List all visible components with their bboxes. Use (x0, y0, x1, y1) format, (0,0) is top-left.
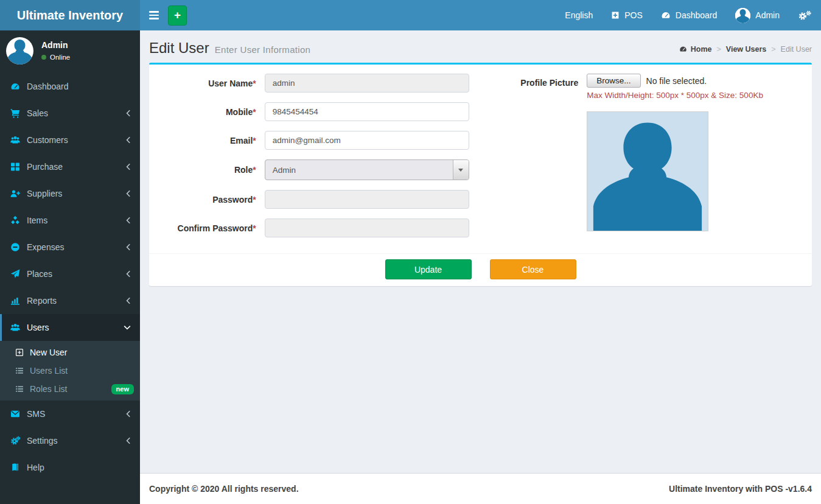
hamburger-icon (149, 15, 159, 16)
list-icon (14, 385, 25, 393)
breadcrumb-current: Edit User (781, 45, 812, 54)
chevron-left-icon (126, 136, 131, 144)
chevron-left-icon (126, 190, 131, 197)
top-navbar: + English POS Dashboard (140, 0, 821, 30)
list-icon (14, 366, 25, 375)
sidebar-subitem-label: New User (30, 348, 67, 357)
sidebar-subitem-users-list[interactable]: Users List (0, 362, 140, 380)
sidebar-item-purchase[interactable]: Purchase (0, 153, 140, 180)
profile-picture-note: Max Width/Height: 500px * 500px & Size: … (587, 91, 791, 100)
update-button[interactable]: Update (385, 259, 472, 279)
sidebar-item-customers[interactable]: Customers (0, 127, 140, 153)
sidebar-item-label: Users (27, 323, 124, 332)
content-spacer (140, 286, 821, 473)
tachometer-icon (9, 82, 21, 91)
chevron-left-icon (126, 163, 131, 170)
sidebar-item-help[interactable]: Help (0, 454, 140, 481)
close-button[interactable]: Close (490, 259, 576, 279)
users-icon (9, 135, 21, 145)
nav-settings[interactable] (789, 0, 821, 30)
file-input: Browse... No file selected. (587, 74, 791, 88)
sidebar-item-label: Help (27, 463, 131, 472)
sidebar-item-suppliers[interactable]: Suppliers (0, 180, 140, 207)
quick-add-button[interactable]: + (168, 5, 187, 26)
sidebar-item-label: Settings (27, 436, 126, 446)
sidebar-item-label: SMS (27, 409, 126, 419)
sidebar-item-expenses[interactable]: Expenses (0, 234, 140, 261)
version-text: Ultimate Inventory with POS -v1.6.4 (669, 484, 812, 494)
sidebar-toggle-button[interactable] (148, 7, 160, 23)
sidebar-subitem-roles-list[interactable]: Roles List new (0, 380, 140, 398)
chevron-left-icon (126, 243, 131, 251)
sidebar-item-label: Places (27, 269, 126, 279)
password-field (265, 190, 469, 209)
required-asterisk: * (253, 136, 256, 145)
sidebar-item-users[interactable]: Users (0, 314, 140, 341)
chevron-down-icon (453, 160, 469, 180)
email-field[interactable] (265, 131, 469, 150)
avatar (735, 8, 750, 23)
tachometer-icon (661, 10, 671, 20)
nav-language[interactable]: English (556, 0, 602, 30)
hamburger-icon (149, 11, 159, 12)
sidebar-item-sms[interactable]: SMS (0, 401, 140, 427)
sidebar-subitem-label: Roles List (30, 384, 67, 394)
form-row: Mobile* (158, 102, 481, 121)
confirm-password-field (265, 219, 469, 237)
copyright-text: Copyright © 2020 All rights reserved. (149, 484, 299, 494)
page-title: Edit User (149, 40, 209, 57)
mobile-field[interactable] (265, 102, 469, 121)
password-label: Password* (158, 195, 265, 205)
confirm-password-label: Confirm Password* (158, 223, 265, 233)
sidebar-subitem-new-user[interactable]: New User (0, 343, 140, 362)
user-plus-icon (9, 189, 21, 198)
form-row: Password* (158, 190, 481, 209)
sidebar-user-status-label: Online (50, 54, 70, 61)
form-row: Profile Picture Browse... No file select… (481, 74, 803, 231)
plus-square-icon (14, 348, 25, 357)
sidebar-user-status[interactable]: Online (41, 54, 70, 61)
gears-icon (798, 10, 812, 21)
required-asterisk: * (253, 223, 256, 233)
page-footer: Copyright © 2020 All rights reserved. Ul… (140, 473, 821, 504)
form-right-column: Profile Picture Browse... No file select… (481, 74, 803, 247)
sidebar-item-items[interactable]: Items (0, 207, 140, 234)
no-file-text: No file selected. (646, 76, 707, 86)
nav-user-menu[interactable]: Admin (726, 0, 789, 30)
breadcrumb-separator: > (771, 45, 775, 54)
nav-pos[interactable]: POS (602, 0, 652, 30)
breadcrumb-home[interactable]: Home (679, 45, 712, 54)
app-logo-text: Ultimate Inventory (17, 9, 123, 23)
sidebar-item-label: Items (27, 215, 126, 225)
sidebar-item-label: Purchase (27, 162, 126, 172)
sidebar-item-places[interactable]: Places (0, 261, 140, 287)
chevron-left-icon (126, 217, 131, 224)
chevron-down-icon (124, 325, 131, 330)
sidebar-item-sales[interactable]: Sales (0, 100, 140, 127)
sidebar-user-name: Admin (41, 40, 70, 50)
sidebar-item-label: Suppliers (27, 189, 126, 198)
breadcrumb-view-users-label: View Users (726, 45, 766, 54)
plus-icon: + (174, 9, 181, 22)
chevron-left-icon (126, 437, 131, 444)
online-status-icon (41, 55, 46, 60)
profile-picture-preview (587, 111, 708, 231)
breadcrumb-view-users[interactable]: View Users (726, 45, 766, 54)
chevron-left-icon (126, 110, 131, 117)
nav-dashboard[interactable]: Dashboard (652, 0, 727, 30)
browse-button[interactable]: Browse... (587, 74, 640, 88)
sidebar-item-label: Reports (27, 296, 126, 306)
content-header: Edit User Enter User Information Home > … (140, 30, 821, 63)
form-row: User Name* (158, 74, 481, 93)
sidebar-item-dashboard[interactable]: Dashboard (0, 73, 140, 100)
role-label: Role* (158, 165, 265, 175)
sidebar-item-reports[interactable]: Reports (0, 287, 140, 314)
sidebar-item-settings[interactable]: Settings (0, 427, 140, 454)
plus-square-icon (611, 11, 620, 19)
chevron-left-icon (126, 410, 131, 418)
required-asterisk: * (253, 195, 256, 205)
app-logo[interactable]: Ultimate Inventory (0, 0, 140, 30)
breadcrumb-home-label: Home (691, 45, 712, 54)
book-icon (9, 463, 21, 472)
gears-icon (9, 436, 21, 446)
